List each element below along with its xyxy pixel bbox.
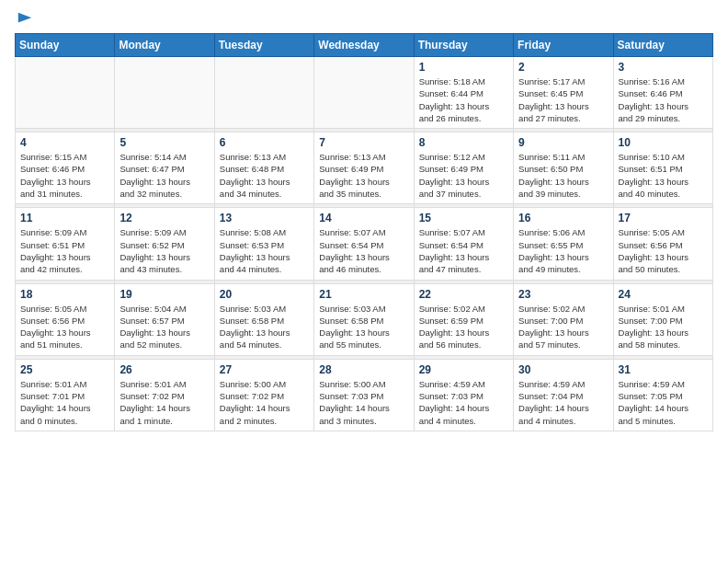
- calendar-cell: 3Sunrise: 5:16 AM Sunset: 6:46 PM Daylig…: [613, 57, 712, 129]
- logo-flag-icon: [17, 11, 33, 28]
- calendar-cell: 18Sunrise: 5:05 AM Sunset: 6:56 PM Dayli…: [16, 283, 115, 355]
- day-number: 1: [419, 61, 508, 74]
- day-info: Sunrise: 5:05 AM Sunset: 6:56 PM Dayligh…: [619, 226, 708, 275]
- calendar-cell: 16Sunrise: 5:06 AM Sunset: 6:55 PM Dayli…: [514, 208, 613, 280]
- calendar-cell: 14Sunrise: 5:07 AM Sunset: 6:54 PM Dayli…: [314, 208, 414, 280]
- day-info: Sunrise: 5:03 AM Sunset: 6:58 PM Dayligh…: [220, 303, 309, 351]
- day-info: Sunrise: 5:13 AM Sunset: 6:48 PM Dayligh…: [220, 151, 309, 200]
- day-number: 20: [220, 288, 309, 301]
- calendar-cell: 2Sunrise: 5:17 AM Sunset: 6:45 PM Daylig…: [514, 57, 613, 129]
- day-number: 27: [220, 363, 309, 376]
- day-info: Sunrise: 5:01 AM Sunset: 7:02 PM Dayligh…: [119, 378, 209, 427]
- day-info: Sunrise: 5:06 AM Sunset: 6:55 PM Dayligh…: [518, 226, 608, 275]
- calendar-cell: 15Sunrise: 5:07 AM Sunset: 6:54 PM Dayli…: [414, 208, 513, 280]
- day-info: Sunrise: 5:07 AM Sunset: 6:54 PM Dayligh…: [319, 226, 408, 275]
- calendar-table: SundayMondayTuesdayWednesdayThursdayFrid…: [15, 33, 713, 431]
- day-info: Sunrise: 5:01 AM Sunset: 7:00 PM Dayligh…: [619, 303, 708, 351]
- day-info: Sunrise: 5:04 AM Sunset: 6:57 PM Dayligh…: [119, 303, 209, 351]
- day-info: Sunrise: 5:02 AM Sunset: 7:00 PM Dayligh…: [518, 303, 608, 351]
- calendar-cell: 27Sunrise: 5:00 AM Sunset: 7:02 PM Dayli…: [214, 359, 313, 431]
- calendar-cell: 9Sunrise: 5:11 AM Sunset: 6:50 PM Daylig…: [514, 132, 613, 204]
- svg-marker-0: [18, 13, 31, 23]
- calendar-cell: 29Sunrise: 4:59 AM Sunset: 7:03 PM Dayli…: [414, 359, 513, 431]
- weekday-header: Tuesday: [214, 34, 313, 57]
- day-info: Sunrise: 5:16 AM Sunset: 6:46 PM Dayligh…: [619, 75, 708, 124]
- calendar-cell: 24Sunrise: 5:01 AM Sunset: 7:00 PM Dayli…: [613, 283, 712, 355]
- day-info: Sunrise: 5:11 AM Sunset: 6:50 PM Dayligh…: [518, 151, 608, 200]
- calendar-week-row: 18Sunrise: 5:05 AM Sunset: 6:56 PM Dayli…: [16, 283, 713, 355]
- day-info: Sunrise: 5:09 AM Sunset: 6:52 PM Dayligh…: [119, 226, 209, 275]
- weekday-header: Saturday: [613, 34, 712, 57]
- day-info: Sunrise: 5:00 AM Sunset: 7:02 PM Dayligh…: [220, 378, 309, 427]
- day-number: 8: [419, 136, 508, 149]
- day-number: 7: [319, 136, 408, 149]
- calendar-cell: [115, 57, 214, 129]
- day-info: Sunrise: 5:03 AM Sunset: 6:58 PM Dayligh…: [319, 303, 408, 351]
- day-info: Sunrise: 5:09 AM Sunset: 6:51 PM Dayligh…: [20, 226, 109, 275]
- calendar-cell: 25Sunrise: 5:01 AM Sunset: 7:01 PM Dayli…: [16, 359, 115, 431]
- day-info: Sunrise: 5:00 AM Sunset: 7:03 PM Dayligh…: [319, 378, 408, 427]
- calendar-cell: 26Sunrise: 5:01 AM Sunset: 7:02 PM Dayli…: [115, 359, 214, 431]
- day-number: 24: [619, 288, 708, 301]
- day-number: 13: [220, 212, 309, 224]
- day-number: 25: [20, 363, 109, 376]
- weekday-header: Thursday: [414, 34, 513, 57]
- calendar-cell: 17Sunrise: 5:05 AM Sunset: 6:56 PM Dayli…: [613, 208, 712, 280]
- calendar-week-row: 1Sunrise: 5:18 AM Sunset: 6:44 PM Daylig…: [16, 57, 713, 129]
- calendar-cell: 7Sunrise: 5:13 AM Sunset: 6:49 PM Daylig…: [314, 132, 414, 204]
- day-number: 12: [119, 212, 209, 224]
- page-header: [15, 15, 713, 24]
- day-info: Sunrise: 5:01 AM Sunset: 7:01 PM Dayligh…: [20, 378, 109, 427]
- day-info: Sunrise: 5:12 AM Sunset: 6:49 PM Dayligh…: [419, 151, 508, 200]
- day-number: 31: [619, 363, 708, 376]
- weekday-header: Sunday: [16, 34, 115, 57]
- day-number: 9: [518, 136, 608, 149]
- day-number: 29: [419, 363, 508, 376]
- calendar-cell: 30Sunrise: 4:59 AM Sunset: 7:04 PM Dayli…: [514, 359, 613, 431]
- calendar-cell: [214, 57, 313, 129]
- day-number: 28: [319, 363, 408, 376]
- calendar-cell: 13Sunrise: 5:08 AM Sunset: 6:53 PM Dayli…: [214, 208, 313, 280]
- day-number: 4: [20, 136, 109, 149]
- calendar-cell: 12Sunrise: 5:09 AM Sunset: 6:52 PM Dayli…: [115, 208, 214, 280]
- weekday-header: Wednesday: [314, 34, 414, 57]
- day-info: Sunrise: 5:02 AM Sunset: 6:59 PM Dayligh…: [419, 303, 508, 351]
- day-number: 18: [20, 288, 109, 301]
- day-number: 16: [518, 212, 608, 224]
- calendar-cell: 23Sunrise: 5:02 AM Sunset: 7:00 PM Dayli…: [514, 283, 613, 355]
- day-number: 3: [619, 61, 708, 74]
- logo: [15, 15, 33, 24]
- calendar-cell: 22Sunrise: 5:02 AM Sunset: 6:59 PM Dayli…: [414, 283, 513, 355]
- calendar-cell: 19Sunrise: 5:04 AM Sunset: 6:57 PM Dayli…: [115, 283, 214, 355]
- day-info: Sunrise: 5:08 AM Sunset: 6:53 PM Dayligh…: [220, 226, 309, 275]
- day-info: Sunrise: 4:59 AM Sunset: 7:04 PM Dayligh…: [518, 378, 608, 427]
- day-number: 22: [419, 288, 508, 301]
- day-info: Sunrise: 5:18 AM Sunset: 6:44 PM Dayligh…: [419, 75, 508, 124]
- calendar-cell: 10Sunrise: 5:10 AM Sunset: 6:51 PM Dayli…: [613, 132, 712, 204]
- day-info: Sunrise: 5:17 AM Sunset: 6:45 PM Dayligh…: [518, 75, 608, 124]
- day-number: 6: [220, 136, 309, 149]
- day-number: 10: [619, 136, 708, 149]
- calendar-cell: [314, 57, 414, 129]
- day-number: 11: [20, 212, 109, 224]
- weekday-header: Friday: [514, 34, 613, 57]
- day-number: 15: [419, 212, 508, 224]
- weekday-header: Monday: [115, 34, 214, 57]
- day-info: Sunrise: 5:13 AM Sunset: 6:49 PM Dayligh…: [319, 151, 408, 200]
- calendar-cell: 4Sunrise: 5:15 AM Sunset: 6:46 PM Daylig…: [16, 132, 115, 204]
- calendar-cell: 6Sunrise: 5:13 AM Sunset: 6:48 PM Daylig…: [214, 132, 313, 204]
- calendar-cell: 20Sunrise: 5:03 AM Sunset: 6:58 PM Dayli…: [214, 283, 313, 355]
- calendar-cell: 5Sunrise: 5:14 AM Sunset: 6:47 PM Daylig…: [115, 132, 214, 204]
- day-number: 30: [518, 363, 608, 376]
- day-number: 17: [619, 212, 708, 224]
- day-info: Sunrise: 5:15 AM Sunset: 6:46 PM Dayligh…: [20, 151, 109, 200]
- calendar-cell: 1Sunrise: 5:18 AM Sunset: 6:44 PM Daylig…: [414, 57, 513, 129]
- day-number: 19: [119, 288, 209, 301]
- calendar-week-row: 4Sunrise: 5:15 AM Sunset: 6:46 PM Daylig…: [16, 132, 713, 204]
- day-number: 14: [319, 212, 408, 224]
- calendar-cell: 11Sunrise: 5:09 AM Sunset: 6:51 PM Dayli…: [16, 208, 115, 280]
- weekday-header-row: SundayMondayTuesdayWednesdayThursdayFrid…: [16, 34, 713, 57]
- day-number: 23: [518, 288, 608, 301]
- day-info: Sunrise: 5:14 AM Sunset: 6:47 PM Dayligh…: [119, 151, 209, 200]
- calendar-week-row: 11Sunrise: 5:09 AM Sunset: 6:51 PM Dayli…: [16, 208, 713, 280]
